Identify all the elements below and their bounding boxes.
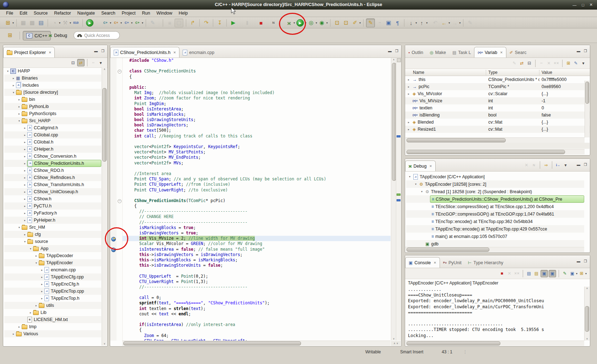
expander-icon[interactable]: ▸ [23, 190, 27, 194]
expander-icon[interactable]: ▸ [23, 126, 27, 130]
tree-item-source[interactable]: ▾source [4, 238, 101, 245]
scrollbar-thumb[interactable] [407, 138, 506, 142]
menu-edit[interactable]: Edit [16, 10, 31, 16]
expander-icon[interactable]: ▸ [407, 128, 411, 131]
tab-close-icon[interactable]: ✕ [500, 51, 503, 54]
menu-refactor[interactable]: Refactor [51, 10, 74, 16]
expander-icon[interactable]: ▸ [17, 98, 21, 101]
code-line[interactable]: Point CTU_UpperLeft; //from (inclusive) [122, 182, 391, 187]
fold-collapse-icon[interactable]: – [118, 199, 122, 203]
expander-icon[interactable]: ▸ [407, 78, 411, 81]
console-horizontal-scrollbar[interactable] [405, 341, 584, 346]
menu-help[interactable]: Help [176, 10, 191, 16]
scrollbar-thumb[interactable] [407, 341, 500, 346]
editor-vertical-scrollbar[interactable]: ∧ ∨ [391, 58, 396, 341]
tab-console[interactable]: ▣Console✕ [405, 257, 440, 268]
tab-outlin[interactable]: ▪Outlin [405, 47, 426, 58]
tree-item-cfg[interactable]: ▸cfg [4, 231, 101, 238]
open-perspective-icon[interactable]: ⊞ [8, 32, 12, 38]
tab-close-icon[interactable]: ✕ [434, 261, 436, 265]
debug-node[interactable]: ▾⚙Thread [1] 18258 [core: 2] (Suspended … [406, 188, 584, 195]
debug-horizontal-scrollbar[interactable] [405, 247, 584, 252]
edit-watch-icon[interactable]: ✎ [572, 60, 579, 67]
expander-icon[interactable]: ▸ [17, 325, 21, 328]
scroll-up-icon[interactable]: ∧ [102, 68, 107, 71]
scrollbar-thumb[interactable] [123, 341, 301, 346]
scrollbar-thumb[interactable] [407, 248, 489, 252]
back-dropdown-icon[interactable]: ▾ [448, 21, 450, 25]
expander-icon[interactable]: ▸ [23, 219, 27, 222]
show-logical-structure-icon[interactable]: ⇄ [518, 60, 525, 67]
code-line[interactable]: int textlen = strlen(text); [122, 306, 391, 311]
tree-item-pyctu-h[interactable]: ▸.hPyCTU.h [4, 202, 101, 210]
editor-horizontal-scrollbar[interactable] [122, 341, 391, 346]
expander-icon[interactable]: ▸ [11, 84, 16, 87]
debug-node[interactable]: ≡TEncTop::encode() at TEncTop.cpp:362 0x… [406, 218, 584, 225]
menu-navigate[interactable]: Navigate [74, 10, 98, 16]
show-on-stderr-icon[interactable]: ▣ [549, 270, 556, 277]
tab-variab[interactable]: (x)=Variab✕ [474, 47, 506, 58]
menu-source[interactable]: Source [31, 10, 51, 16]
tree-item-includes[interactable]: ▸.hIncludes [4, 82, 101, 89]
tab-type-hierarchy[interactable]: ⊢Type Hierarchy [465, 257, 507, 268]
new-c-project-dropdown-icon[interactable]: ▾ [120, 21, 122, 25]
variable-row-resized1[interactable]: ▸◈Resized1cv::Mat{...} [405, 126, 590, 133]
expander-icon[interactable]: ▸ [23, 134, 27, 137]
forward-dropdown-icon[interactable]: ▾ [459, 21, 461, 25]
new-wizard-dropdown-icon[interactable]: ▾ [12, 21, 14, 25]
menu-project[interactable]: Project [119, 10, 139, 16]
code-line[interactable] [122, 166, 391, 171]
tree-item-pyfactory-h[interactable]: ▸.hPyFactory.h [4, 210, 101, 217]
scroll-lock-icon[interactable]: ▤ [533, 270, 540, 277]
column-value[interactable]: Value [539, 70, 590, 75]
run-last-tool-icon[interactable]: ▶ [86, 19, 93, 27]
tab-pyunit[interactable]: PuPyUnit [440, 257, 465, 268]
expander-icon[interactable]: ▸ [40, 268, 44, 272]
tree-item-cshow-h[interactable]: ▸.hCShow.h [4, 195, 101, 202]
debug-node[interactable]: ≡TEncSlice::compressSlice() at TEncSlice… [406, 203, 584, 210]
step-filters-icon[interactable]: N [269, 19, 278, 27]
collapse-all-icon[interactable]: ⊟ [526, 60, 533, 67]
print-icon[interactable]: ▤ [37, 19, 45, 27]
code-line[interactable]: vector<Point> MV_StartPoints; [122, 150, 391, 155]
tree-item-utils[interactable]: ▸utils [4, 302, 101, 309]
external-tools-icon[interactable]: ◉ [318, 19, 326, 27]
variable-row-blended[interactable]: ▸◈Blendedcv::Mat{...} [405, 119, 590, 126]
code-line[interactable]: CTU_LowerRight = Point(1,3); [122, 279, 391, 284]
new-make-target-dropdown-icon[interactable]: ▾ [142, 21, 143, 25]
debug-node[interactable]: ≡TAppEncTop::encode() at TAppEncTop.cpp:… [406, 225, 584, 233]
expander-icon[interactable]: ▸ [40, 290, 44, 293]
code-line[interactable]: vector<Point> MV_EndPoints; [122, 155, 391, 160]
expander-icon[interactable]: ▾ [420, 190, 424, 193]
tree-item-tappdecoder[interactable]: ▸TAppDecoder [4, 252, 101, 259]
display-selected-console-icon[interactable]: ▣ [569, 270, 576, 277]
tree-item-cshow-transformunits-h[interactable]: ▸.hCShow_TransformUnits.h [4, 181, 101, 188]
menu-search[interactable]: Search [98, 10, 119, 16]
tree-item-tmp[interactable]: ▸tmp [4, 323, 101, 330]
tab-encmain-cpp[interactable]: .cencmain.cpp [179, 47, 217, 58]
perspective-debug[interactable]: ж Debug [45, 31, 70, 40]
minimize-view-icon[interactable]: ▬ [388, 49, 392, 53]
step-into-icon[interactable]: ↧ [216, 19, 224, 27]
expander-icon[interactable]: ▸ [40, 283, 44, 286]
code-line[interactable]: public: [122, 85, 391, 90]
overview-mark[interactable] [397, 135, 400, 137]
tree-item-app[interactable]: ▾App [4, 245, 101, 252]
variable-row-textlen[interactable]: (x)=textlenint0 [405, 104, 590, 112]
expander-icon[interactable]: ▸ [23, 141, 27, 144]
expander-icon[interactable]: ▸ [407, 85, 411, 88]
tree-item-cshow-conversion-h[interactable]: ▸.hCShow_Conversion.h [4, 153, 101, 160]
tab-searc[interactable]: ✐Searc [506, 47, 530, 58]
tree-item-pythonlib[interactable]: ▸PythonLib [4, 103, 101, 110]
overview-mark[interactable] [397, 199, 400, 201]
expander-icon[interactable]: ▸ [11, 77, 16, 80]
new-wizard-icon[interactable]: ⊞ [4, 19, 12, 27]
code-line[interactable] [122, 317, 391, 322]
expander-icon[interactable]: ▸ [23, 233, 27, 236]
tree-item-ccallgrind-h[interactable]: ▸.hCCallgrind.h [4, 124, 101, 131]
tree-item-cshow-predictionunits-h[interactable]: ▸.hCShow_PredictionUnits.h [4, 160, 101, 167]
maximize-view-icon[interactable]: ❒ [584, 259, 587, 263]
debug-dropdown-icon[interactable]: ▾ [294, 21, 295, 25]
expander-icon[interactable]: ▸ [17, 105, 21, 108]
run-dropdown-icon[interactable]: ▾ [305, 21, 306, 25]
